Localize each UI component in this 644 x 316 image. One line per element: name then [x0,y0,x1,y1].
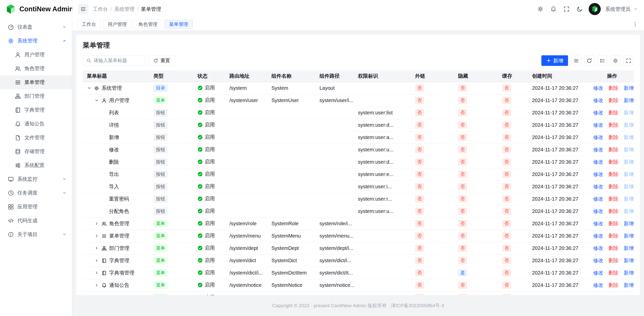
sidebar-item[interactable]: 系统管理 [0,34,72,48]
add-link[interactable]: 新增 [624,134,634,140]
sidebar-item[interactable]: 代码生成 [0,214,72,228]
add-link[interactable]: 新增 [624,110,634,115]
settings-icon[interactable] [535,4,546,15]
edit-link[interactable]: 修改 [593,98,603,103]
delete-link[interactable]: 删除 [609,196,619,202]
sidebar-item[interactable]: 应用管理 [0,200,72,214]
dark-mode-moon-icon[interactable] [574,4,585,15]
add-link[interactable]: 新增 [624,85,634,91]
sidebar-item[interactable]: 仪表盘 [0,20,72,34]
delete-link[interactable]: 删除 [609,184,619,189]
delete-link[interactable]: 删除 [609,233,619,239]
sidebar-item[interactable]: 角色管理 [0,62,72,75]
delete-link[interactable]: 删除 [609,134,619,140]
delete-link[interactable]: 删除 [609,147,619,152]
tree-expander-icon[interactable] [94,270,101,275]
sidebar-item[interactable]: 文件管理 [0,131,72,145]
delete-link[interactable]: 删除 [609,85,619,91]
tree-expander-icon[interactable] [94,258,101,263]
search-input[interactable] [94,58,142,63]
edit-link[interactable]: 修改 [593,110,603,115]
tree-expander-icon[interactable] [94,283,101,288]
edit-link[interactable]: 修改 [593,147,603,152]
add-link[interactable]: 新增 [624,184,634,189]
avatar[interactable] [589,3,601,15]
tab[interactable]: 用户管理 [103,20,131,29]
add-link[interactable]: 新增 [624,159,634,165]
add-link[interactable]: 新增 [624,258,634,263]
edit-link[interactable]: 修改 [593,159,603,165]
add-link[interactable]: 新增 [624,282,634,288]
delete-link[interactable]: 删除 [609,221,619,226]
notifications-bell-icon[interactable] [548,4,559,15]
add-link[interactable]: 新增 [624,208,634,214]
add-link[interactable]: 新增 [624,270,634,276]
fullscreen-icon[interactable] [561,4,572,15]
tab[interactable]: 工作台 [77,20,101,29]
edit-link[interactable]: 修改 [593,85,603,91]
edit-link[interactable]: 修改 [593,134,603,140]
delete-link[interactable]: 删除 [609,282,619,288]
sidebar-item[interactable]: 通知公告 [0,117,72,131]
user-menu-chevron-icon[interactable] [633,7,638,11]
add-link[interactable]: 新增 [624,171,634,177]
add-link[interactable]: 新增 [624,147,634,152]
row-height-icon[interactable] [597,56,607,66]
add-link[interactable]: 新增 [624,245,634,251]
sidebar-item[interactable]: 存储管理 [0,145,72,158]
tree-expander-icon[interactable] [87,86,94,91]
sidebar-item[interactable]: 系统监控 [0,172,72,186]
delete-link[interactable]: 删除 [609,110,619,115]
table-refresh-icon[interactable] [584,56,594,66]
sidebar-item[interactable]: 系统配置 [0,158,72,172]
breadcrumb-link[interactable]: 工作台 [93,6,108,13]
tab[interactable]: 菜单管理 [165,20,193,29]
edit-link[interactable]: 修改 [593,258,603,263]
sidebar-item[interactable]: 字典管理 [0,103,72,117]
sidebar-item[interactable]: 关于项目 [0,228,72,241]
reset-button[interactable]: 重置 [149,55,175,66]
sidebar-item[interactable]: 用户管理 [0,48,72,62]
sidebar-item[interactable]: 任务调度 [0,186,72,200]
breadcrumb-link[interactable]: 系统管理 [114,6,135,13]
delete-link[interactable]: 删除 [609,258,619,263]
delete-link[interactable]: 删除 [609,270,619,276]
add-link[interactable]: 新增 [624,98,634,103]
delete-link[interactable]: 删除 [609,159,619,165]
tree-expander-icon[interactable] [94,234,101,238]
delete-link[interactable]: 删除 [609,171,619,177]
edit-link[interactable]: 修改 [593,270,603,276]
delete-link[interactable]: 删除 [609,98,619,103]
tree-expander-icon[interactable] [94,98,101,103]
sidebar-collapse-button[interactable] [78,4,88,14]
edit-link[interactable]: 修改 [593,122,603,128]
edit-link[interactable]: 修改 [593,196,603,202]
edit-link[interactable]: 修改 [593,233,603,239]
sidebar-item[interactable]: 部门管理 [0,89,72,103]
edit-link[interactable]: 修改 [593,282,603,288]
add-link[interactable]: 新增 [624,122,634,128]
tree-expander-icon[interactable] [94,246,101,251]
table-fullscreen-icon[interactable] [623,56,633,66]
add-link[interactable]: 新增 [624,221,634,226]
delete-link[interactable]: 删除 [609,208,619,214]
tree-expander-icon[interactable] [94,221,101,226]
breadcrumb-link[interactable]: 菜单管理 [141,6,161,13]
delete-link[interactable]: 删除 [609,245,619,251]
density-list-icon[interactable] [571,56,581,66]
user-name[interactable]: 系统管理员 [605,6,630,13]
sidebar-item[interactable]: 菜单管理 [0,75,72,89]
tab-more-icon[interactable] [630,20,640,29]
tab[interactable]: 角色管理 [134,20,162,29]
edit-link[interactable]: 修改 [593,221,603,226]
edit-link[interactable]: 修改 [593,184,603,189]
app-logo[interactable]: ContiNew Admin [0,0,72,18]
edit-link[interactable]: 修改 [593,245,603,251]
edit-link[interactable]: 修改 [593,171,603,177]
edit-link[interactable]: 修改 [593,208,603,214]
add-link[interactable]: 新增 [624,196,634,202]
delete-link[interactable]: 删除 [609,122,619,128]
add-button[interactable]: 新增 [541,55,568,66]
add-link[interactable]: 新增 [624,233,634,239]
column-settings-gear-icon[interactable] [610,56,620,66]
